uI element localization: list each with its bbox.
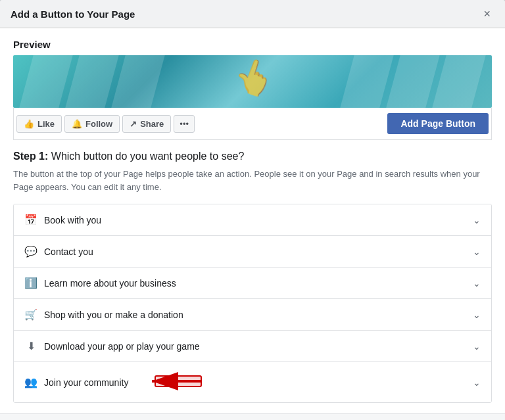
- option-contact-label: Contact you: [44, 246, 93, 257]
- options-list: 📅 Book with you ⌄ 💬 Contact you ⌄ ℹ️ Lea…: [13, 204, 492, 403]
- option-shop-left: 🛒 Shop with you or make a donation: [24, 308, 183, 321]
- step-title: Step 1: Which button do you want people …: [13, 151, 492, 162]
- preview-label: Preview: [13, 39, 492, 50]
- close-button[interactable]: ×: [479, 7, 494, 21]
- hand-icon: 👆: [229, 55, 280, 103]
- option-download[interactable]: ⬇ Download your app or play your game ⌄: [14, 331, 491, 362]
- option-community-left: 👥 Join your community: [24, 371, 204, 393]
- dialog-title: Add a Button to Your Page: [11, 9, 135, 20]
- calendar-icon: 📅: [24, 214, 37, 226]
- option-book[interactable]: 📅 Book with you ⌄: [14, 204, 491, 236]
- option-learn-left: ℹ️ Learn more about your business: [24, 277, 176, 289]
- option-community-label: Join your community: [44, 377, 128, 388]
- dialog-header: Add a Button to Your Page ×: [0, 0, 505, 28]
- follow-button[interactable]: 🔔 Follow: [64, 115, 120, 133]
- chevron-down-icon: ⌄: [473, 377, 481, 388]
- dialog-body: Preview 👆 👍 Like 🔔 Follow: [0, 28, 505, 413]
- info-icon: ℹ️: [24, 277, 37, 289]
- red-arrow-annotation: [145, 371, 204, 393]
- add-button-dialog: Add a Button to Your Page × Preview 👆 👍 …: [0, 0, 505, 420]
- option-learn[interactable]: ℹ️ Learn more about your business ⌄: [14, 268, 491, 299]
- download-icon: ⬇: [24, 340, 37, 352]
- chevron-down-icon: ⌄: [473, 278, 481, 289]
- share-icon: ↗: [130, 119, 137, 129]
- step-description: The button at the top of your Page helps…: [13, 168, 492, 193]
- like-button[interactable]: 👍 Like: [16, 115, 62, 133]
- chevron-down-icon: ⌄: [473, 310, 481, 320]
- banner-decoration: 👆: [13, 55, 492, 108]
- option-shop[interactable]: 🛒 Shop with you or make a donation ⌄: [14, 299, 491, 331]
- option-contact-left: 💬 Contact you: [24, 245, 93, 258]
- option-book-left: 📅 Book with you: [24, 214, 101, 226]
- banner-shape-4: [431, 55, 488, 108]
- option-shop-label: Shop with you or make a donation: [44, 310, 183, 320]
- chevron-down-icon: ⌄: [473, 341, 481, 352]
- banner-shape-1: [18, 55, 75, 108]
- more-button[interactable]: •••: [174, 115, 195, 133]
- option-book-label: Book with you: [44, 215, 101, 225]
- svg-rect-2: [155, 376, 201, 386]
- chevron-down-icon: ⌄: [473, 215, 481, 225]
- option-learn-label: Learn more about your business: [44, 278, 176, 289]
- follow-icon: 🔔: [72, 119, 82, 129]
- action-bar: 👍 Like 🔔 Follow ↗ Share ••• Add Page But…: [13, 108, 492, 140]
- shop-icon: 🛒: [24, 308, 37, 321]
- banner-shape-5: [385, 55, 442, 108]
- option-contact[interactable]: 💬 Contact you ⌄: [14, 236, 491, 268]
- option-community[interactable]: 👥 Join your community: [14, 362, 491, 402]
- preview-banner: 👆: [13, 55, 492, 108]
- banner-shape-6: [339, 55, 396, 108]
- thumbs-up-icon: 👍: [24, 119, 34, 129]
- banner-shape-3: [110, 55, 167, 108]
- chat-icon: 💬: [24, 245, 37, 258]
- people-icon: 👥: [24, 376, 37, 388]
- dialog-footer: Step 1 of 2 Cancel Next: [0, 413, 505, 420]
- add-page-button[interactable]: Add Page Button: [387, 113, 489, 134]
- option-download-left: ⬇ Download your app or play your game: [24, 340, 200, 352]
- chevron-down-icon: ⌄: [473, 246, 481, 257]
- share-button[interactable]: ↗ Share: [122, 115, 171, 133]
- option-download-label: Download your app or play your game: [44, 341, 200, 352]
- banner-shape-2: [64, 55, 121, 108]
